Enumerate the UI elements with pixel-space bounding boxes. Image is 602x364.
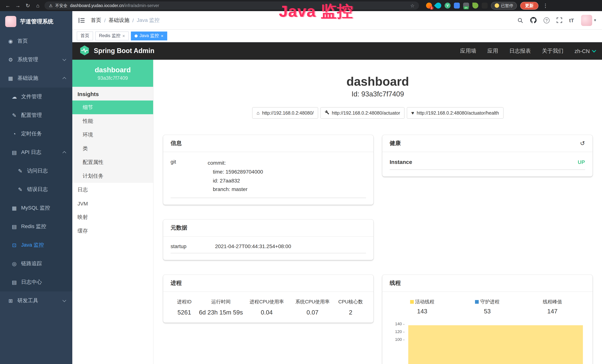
switch-extension-icon[interactable]: on (463, 3, 469, 9)
security-label[interactable]: 不安全 (55, 3, 67, 8)
top-navbar: 首页 / 基础设施 / Java 监控 ? (72, 11, 602, 30)
locale-select[interactable]: zh-CN (575, 48, 595, 54)
sba-item-config-props[interactable]: 配置属性 (72, 155, 153, 169)
sba-nav-applications[interactable]: 应用 (487, 47, 498, 54)
browser-menu-icon[interactable]: ⋮ (542, 3, 549, 9)
tab-home[interactable]: 首页 (77, 31, 93, 40)
reload-button[interactable]: ↻ (24, 3, 31, 9)
sidebar-item-system-management[interactable]: ⚙ 系统管理 (0, 50, 72, 69)
process-header-system-cpu: 系统CPU使用率 (290, 299, 335, 305)
sidebar-item-log-center[interactable]: ▤ 日志中心 (0, 273, 72, 291)
document-icon: ▤ (11, 150, 17, 155)
layers-icon: ▤ (11, 224, 17, 230)
drop-extension-icon[interactable] (434, 1, 442, 10)
instance-header[interactable]: dashboard 93a3fc7f7409 (72, 60, 153, 87)
vue-devtools-icon[interactable]: V (445, 3, 451, 9)
github-icon[interactable] (530, 17, 537, 23)
bookmark-star-icon[interactable]: ☆ (410, 3, 415, 8)
sba-nav-about[interactable]: 关于我们 (542, 47, 563, 54)
forward-button[interactable]: → (14, 3, 21, 9)
sba-item-caches[interactable]: 缓存 (72, 224, 153, 238)
sba-nav-journal[interactable]: 日志报表 (509, 47, 531, 54)
grid-extension-icon[interactable] (454, 3, 460, 9)
sidebar-item-dev-tools[interactable]: ⊞ 研发工具 (0, 291, 72, 310)
sidebar-item-file-management[interactable]: ☁ 文件管理 (0, 87, 72, 106)
sidebar-item-api-logs[interactable]: ▤ API 日志 (0, 143, 72, 162)
screenshot-stage: Java 监控 ← → ↻ ⌂ ⚠ 不安全 dashboard.yudao.io… (0, 0, 602, 364)
fullscreen-icon[interactable] (557, 17, 562, 23)
sba-item-details[interactable]: 细节 (72, 100, 153, 114)
font-size-icon[interactable]: tT (569, 17, 574, 23)
home-button[interactable]: ⌂ (34, 3, 41, 9)
app-logo-row[interactable]: 芋道管理系统 (0, 11, 72, 32)
y-axis-tick: 100 (390, 337, 405, 342)
breadcrumb-home[interactable]: 首页 (91, 17, 101, 23)
tab-redis-monitor[interactable]: Redis 监控 × (95, 31, 129, 40)
threads-card-body: 活动线程 143 守护进程 (382, 292, 592, 364)
sba-item-scheduled-tasks[interactable]: 计划任务 (72, 169, 153, 183)
sba-nav-wallboard[interactable]: 应用墙 (460, 47, 476, 54)
info-card-body: git commit: time: 1596289704000 id: 27aa… (163, 152, 373, 205)
sba-item-mappings[interactable]: 映射 (72, 210, 153, 224)
legend-blue-square (475, 300, 479, 304)
sba-brand[interactable]: Spring Boot Admin (94, 47, 154, 55)
user-menu[interactable]: ▾ (581, 15, 596, 26)
sba-item-logs[interactable]: 日志 (72, 183, 153, 197)
sidebar-item-home[interactable]: ◉ 首页 (0, 32, 72, 50)
log-icon: ▤ (11, 279, 17, 285)
tags-view-bar: 首页 Redis 监控 × Java 监控 × (72, 30, 602, 42)
dark-extension-icon[interactable] (482, 3, 488, 9)
url-text[interactable]: dashboard.yudao.iocoder.cn/infra/admin-s… (70, 3, 159, 8)
sba-main-content: dashboard Id: 93a3fc7f7409 ⌂ http://192.… (153, 60, 602, 364)
help-icon[interactable]: ? (544, 17, 549, 23)
close-icon[interactable]: × (161, 33, 163, 38)
git-branch-line: branch: master (208, 185, 263, 194)
close-icon[interactable]: × (122, 33, 125, 38)
sba-item-environment[interactable]: 环境 (72, 128, 153, 142)
sidebar-item-scheduled-tasks[interactable]: ◔ 定时任务 (0, 125, 72, 143)
leaf-extension-icon[interactable] (473, 3, 478, 9)
card-title: 健康 (390, 140, 401, 147)
extension-badge: 1 (430, 6, 433, 10)
paused-badge[interactable]: 已暂停 (491, 2, 517, 10)
service-url-link[interactable]: ⌂ http://192.168.0.2:48080/ (252, 107, 318, 119)
sidebar-item-java-monitor[interactable]: ⊡ Java 监控 (0, 236, 72, 254)
page-subtitle: Id: 93a3fc7f7409 (153, 90, 602, 98)
sba-item-jvm[interactable]: JVM (72, 197, 153, 210)
process-value-uptime: 6d 23h 15m 59s (198, 309, 244, 316)
history-icon[interactable]: ↺ (580, 140, 585, 147)
sidebar-item-error-logs[interactable]: ✎ 错误日志 (0, 180, 72, 199)
metadata-card: 元数据 startup 2021-04-27T00:44:31.254+08:0… (163, 220, 373, 260)
search-icon[interactable] (517, 17, 523, 23)
admin-sidebar: 芋道管理系统 ◉ 首页 ⚙ 系统管理 ▦ 基础设施 ☁ 文件管理 ✎ (0, 11, 72, 364)
process-card-body: 进程ID 运行时间 进程CPU使用率 系统CPU使用率 CPU核心数 5261 … (163, 292, 373, 323)
metadata-card-header: 元数据 (163, 220, 373, 237)
sba-item-performance[interactable]: 性能 (72, 114, 153, 128)
health-url-link[interactable]: ♥ http://192.168.0.2:48080/actuator/heal… (407, 107, 503, 119)
sidebar-item-label: 链路追踪 (21, 260, 42, 267)
instance-name: dashboard (95, 66, 131, 74)
address-bar[interactable]: ⚠ 不安全 dashboard.yudao.iocoder.cn/infra/a… (44, 1, 419, 10)
back-button[interactable]: ← (4, 3, 11, 9)
sidebar-item-redis-monitor[interactable]: ▤ Redis 监控 (0, 217, 72, 236)
info-card: 信息 git commit: time: 1596289704000 id: 2… (163, 135, 373, 205)
sidebar-item-mysql-monitor[interactable]: ▦ MySQL 监控 (0, 199, 72, 217)
stat-value: 147 (520, 308, 585, 315)
actuator-url-link[interactable]: http://192.168.0.2:48080/actuator (320, 107, 405, 119)
info-row-value: commit: time: 1596289704000 id: 27aa832 … (208, 159, 263, 194)
info-card-header: 信息 (163, 135, 373, 152)
sidebar-item-trace[interactable]: ◎ 链路追踪 (0, 254, 72, 273)
sidebar-item-access-logs[interactable]: ✎ 访问日志 (0, 162, 72, 180)
process-header-pid: 进程ID (171, 299, 198, 305)
sidebar-item-infrastructure[interactable]: ▦ 基础设施 (0, 69, 72, 87)
fox-extension-icon[interactable]: 1 (426, 3, 432, 9)
breadcrumb-infrastructure[interactable]: 基础设施 (109, 17, 129, 23)
health-instance-row[interactable]: Instance UP (390, 159, 585, 170)
sidebar-item-label: 文件管理 (21, 94, 42, 100)
update-button[interactable]: 更新 (520, 2, 538, 10)
health-card: 健康 ↺ Instance UP (382, 135, 592, 177)
sba-item-classes[interactable]: 类 (72, 142, 153, 155)
collapse-sidebar-icon[interactable] (78, 17, 85, 23)
sidebar-item-config-management[interactable]: ✎ 配置管理 (0, 106, 72, 125)
tab-java-monitor[interactable]: Java 监控 × (131, 31, 167, 40)
